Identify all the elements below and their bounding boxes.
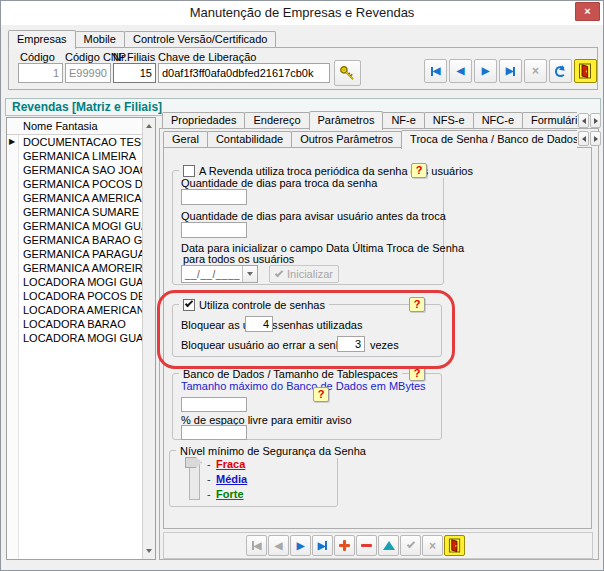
group-troca-periodica-legend: A Revenda utiliza troca periódica da sen… (179, 163, 477, 178)
main-tabbar: Empresas Mobile Controle Versão/Certific… (8, 29, 275, 49)
grid-row[interactable]: GERMANICA AMOREIRAS (20, 261, 142, 275)
tab-propriedades[interactable]: Propriedades (162, 112, 245, 128)
level-fraca-link[interactable]: Fraca (216, 458, 245, 470)
controle-senhas-checkbox[interactable] (183, 299, 195, 311)
prior-arrow-icon: ◀ (457, 66, 465, 76)
scroll-up-button[interactable] (143, 119, 155, 133)
tab-outros-parametros[interactable]: Outros Parâmetros (291, 131, 402, 147)
detail-outer-tabbar: Propriedades Endereço Parâmetros NF-e NF… (162, 111, 577, 130)
inner-tabs-scroll-left-button[interactable] (578, 131, 589, 146)
grid-vertical-scrollbar[interactable] (142, 118, 155, 559)
db-exit-button[interactable] (444, 535, 465, 556)
troca-periodica-label: A Revenda utiliza troca periódica da sen… (199, 165, 473, 177)
help-banco-dados-button[interactable]: ? (409, 366, 425, 381)
first-arrow-icon: ◀ (433, 66, 441, 76)
grid-row[interactable]: DOCUMENTACAO TESTE (20, 135, 142, 149)
help-troca-periodica-button[interactable]: ? (411, 163, 427, 178)
help-controle-senhas-button[interactable]: ? (409, 297, 425, 312)
grid-row[interactable]: GERMANICA BARAO GERA (20, 233, 142, 247)
inicializar-button[interactable]: Inicializar (269, 265, 339, 283)
outer-tab-scroll (578, 113, 601, 128)
db-insert-button[interactable] (334, 535, 355, 556)
edit-triangle-icon (383, 541, 395, 550)
db-prior-button[interactable]: ◀ (268, 535, 289, 556)
grid-row[interactable]: GERMANICA MOGI GUACU (20, 219, 142, 233)
bloquear-ultimas-field[interactable] (245, 316, 273, 332)
next-arrow-icon: ▶ (482, 66, 490, 76)
level-forte-link[interactable]: Forte (216, 488, 244, 500)
dias-aviso-field[interactable] (181, 222, 247, 238)
db-delete-button[interactable] (356, 535, 377, 556)
inicializar-label: Inicializar (287, 268, 333, 280)
refresh-icon (555, 66, 566, 77)
grid-row[interactable]: LOCADORA BARAO (20, 317, 142, 331)
grid-row[interactable]: GERMANICA SAO JOAO DA (20, 163, 142, 177)
grid-header-nome-fantasia[interactable]: Nome Fantasia (7, 118, 142, 135)
data-inicializar-combo[interactable]: __/__/____ (181, 265, 258, 283)
grid-row[interactable]: LOCADORA MOGI GUACU (20, 331, 142, 345)
outer-tabs-scroll-right-button[interactable] (590, 113, 601, 128)
espaco-livre-field[interactable] (181, 425, 247, 440)
bottom-navigator: ◀ ◀ ▶ ▶ × (163, 532, 593, 559)
bloquear-errar-field[interactable] (337, 336, 365, 352)
tab-troca-senha-banco-dados[interactable]: Troca de Senha / Banco de Dados (401, 130, 577, 149)
db-last-button[interactable]: ▶ (312, 535, 333, 556)
scroll-up-icon (146, 124, 152, 128)
nav-first-button[interactable]: ◀ (424, 59, 447, 83)
tab-nfe[interactable]: NF-e (382, 112, 424, 128)
last-arrow-icon: ▶ (318, 541, 326, 551)
plus-icon (339, 540, 350, 551)
tab-geral[interactable]: Geral (163, 131, 208, 147)
scroll-down-button[interactable] (143, 544, 155, 558)
nav-prior-button[interactable]: ◀ (449, 59, 472, 83)
grid-row[interactable]: GERMANICA LIMEIRA (20, 149, 142, 163)
tab-controle-versao[interactable]: Controle Versão/Certificado (124, 31, 277, 47)
grid-row[interactable]: LOCADORA POCOS DE CA (20, 289, 142, 303)
close-button[interactable]: × (575, 2, 600, 21)
group-controle-senhas-legend: Utiliza controle de senhas (179, 297, 329, 312)
outer-tabs-scroll-left-button[interactable] (578, 113, 589, 128)
grid-row[interactable]: GERMANICA AMERICANA (20, 191, 142, 205)
tab-nfse[interactable]: NFS-e (424, 112, 474, 128)
grid-row[interactable]: GERMANICA POCOS DE CA (20, 177, 142, 191)
level-media-link[interactable]: Média (216, 473, 247, 485)
date-dropdown-button[interactable] (242, 266, 257, 282)
tab-endereco[interactable]: Endereço (244, 112, 309, 128)
grid-row[interactable]: LOCADORA AMERICANA (20, 303, 142, 317)
help-tamanho-button[interactable]: ? (313, 387, 329, 402)
tab-contabilidade[interactable]: Contabilidade (207, 131, 292, 147)
db-post-button[interactable] (400, 535, 421, 556)
chave-field[interactable] (158, 63, 330, 83)
check-icon (406, 540, 414, 548)
tamanho-maximo-field[interactable] (181, 397, 247, 412)
nav-cancel-button[interactable]: × (524, 59, 547, 83)
cnp-field[interactable] (65, 63, 111, 83)
db-next-button[interactable]: ▶ (290, 535, 311, 556)
tab-nfce[interactable]: NFC-e (473, 112, 523, 128)
tab-parametros[interactable]: Parâmetros (309, 111, 384, 130)
dias-troca-field[interactable] (181, 189, 247, 205)
tab-formularios[interactable]: Formulários (522, 112, 577, 128)
nav-refresh-button[interactable] (549, 59, 572, 83)
troca-periodica-checkbox[interactable] (183, 165, 195, 177)
check-icon (185, 299, 193, 307)
chave-key-button[interactable] (334, 60, 361, 86)
tab-empresas[interactable]: Empresas (8, 30, 76, 49)
tab-mobile[interactable]: Mobile (75, 31, 125, 47)
exit-door-icon (448, 538, 462, 553)
codigo-field[interactable] (18, 63, 63, 83)
db-first-button[interactable]: ◀ (246, 535, 267, 556)
inner-tabs-scroll-right-button[interactable] (590, 131, 601, 146)
nav-next-button[interactable]: ▶ (474, 59, 497, 83)
grid-row[interactable]: LOCADORA MOGI GUACU (20, 275, 142, 289)
nav-last-button[interactable]: ▶ (499, 59, 522, 83)
db-edit-button[interactable] (378, 535, 399, 556)
last-bar-icon (513, 67, 515, 76)
db-cancel-button[interactable]: × (422, 535, 443, 556)
filiais-field[interactable] (113, 63, 156, 83)
grid-row[interactable]: GERMANICA SUMARE (20, 205, 142, 219)
grid-row[interactable]: GERMANICA PARAGUACU (20, 247, 142, 261)
chevron-down-icon (247, 272, 253, 276)
group-controle-senhas: Utiliza controle de senhas ? Bloquear as… (172, 304, 442, 357)
nav-exit-button[interactable] (574, 59, 597, 83)
